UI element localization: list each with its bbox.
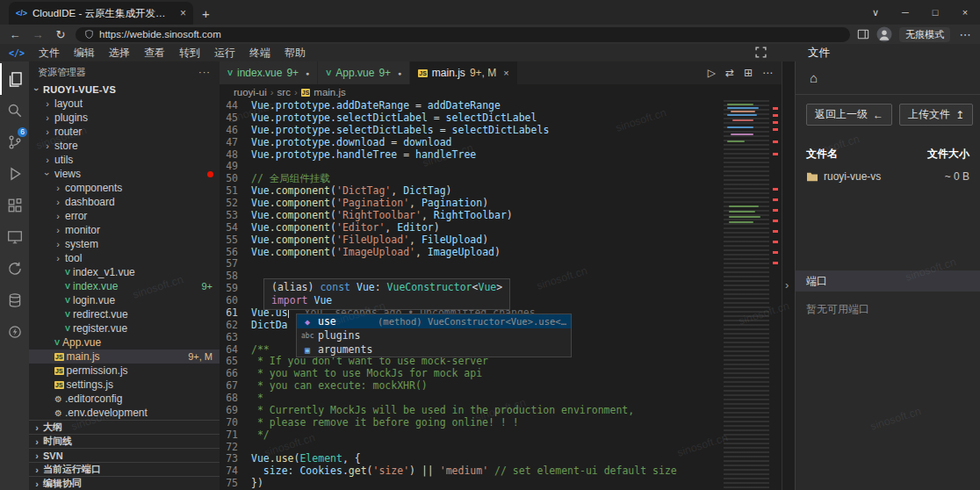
suggest-item-plugins[interactable]: abcplugins [297, 328, 571, 342]
remote-explorer-icon[interactable] [0, 221, 29, 253]
tree-folder-layout[interactable]: ›layout [29, 97, 220, 111]
tab-index.vue[interactable]: Vindex.vue9+● [220, 61, 318, 84]
tab-main.js[interactable]: JSmain.js9+, M× [410, 61, 517, 84]
panel-splitter[interactable]: › [782, 61, 795, 490]
tree-folder-monitor[interactable]: ›monitor [29, 223, 220, 237]
sidebar-more-icon[interactable]: ··· [198, 67, 211, 77]
sidebar-section-当前运行端口[interactable]: ›当前运行端口 [29, 462, 220, 476]
tree-folder-error[interactable]: ›error [29, 209, 220, 223]
js-file-icon: JS [418, 69, 428, 77]
tab-actions-chevron-icon[interactable]: ∨ [861, 0, 890, 25]
close-button[interactable]: × [950, 0, 980, 25]
refresh-button[interactable]: ↻ [53, 28, 68, 41]
new-tab-button[interactable]: + [202, 6, 210, 21]
suggest-item-arguments[interactable]: ▣arguments [297, 342, 571, 357]
menu-item[interactable]: 选择 [102, 47, 137, 59]
tree-folder-system[interactable]: ›system [29, 237, 220, 251]
tree-folder-router[interactable]: ›router [29, 125, 220, 139]
home-icon[interactable]: ⌂ [810, 70, 818, 85]
tab-dirty-dot-icon[interactable]: ● [306, 70, 309, 76]
vue-file-icon: V [65, 324, 70, 333]
file-row[interactable]: ruoyi-vue-vs ~ 0 B [796, 167, 980, 186]
tree-file-main.js[interactable]: JSmain.js9+, M [29, 349, 220, 364]
breadcrumb[interactable]: ruoyi-ui›src›JSmain.js [220, 84, 782, 100]
tree-file-.env.development[interactable]: ⚙.env.development [29, 406, 220, 420]
line-number: 56 [220, 247, 251, 259]
site-info-shield-icon[interactable] [84, 29, 94, 40]
git-badge: 9+, M [188, 351, 213, 362]
ports-section-header[interactable]: 端口 [796, 270, 980, 292]
minimap[interactable] [724, 100, 769, 490]
minimize-button[interactable]: ─ [890, 0, 920, 25]
breadcrumb-item[interactable]: src [277, 87, 291, 97]
address-bar[interactable]: https://webide.sinosoft.com [76, 27, 850, 42]
database-icon[interactable] [0, 285, 29, 316]
tree-file-redirect.vue[interactable]: Vredirect.vue [29, 307, 220, 321]
menu-item[interactable]: 转到 [172, 47, 207, 59]
menu-item[interactable]: 终端 [242, 47, 277, 59]
tree-file-App.vue[interactable]: VApp.vue [29, 335, 220, 349]
tree-file-index.vue[interactable]: Vindex.vue9+ [29, 279, 220, 293]
extensions-icon[interactable] [0, 190, 29, 221]
tree-folder-views[interactable]: ›views [29, 167, 220, 181]
sidebar-section-大纲[interactable]: ›大纲 [29, 420, 220, 434]
site-favicon-icon: </> [16, 9, 27, 18]
suggest-item-use[interactable]: ◆use(method) VueConstructor<Vue>.use<T>(… [297, 314, 571, 328]
source-control-icon[interactable]: 6 [0, 126, 29, 158]
explorer-icon[interactable] [0, 63, 29, 95]
code-editor[interactable]: 44Vue.prototype.addDateRange = addDateRa… [220, 100, 782, 490]
tree-file-permission.js[interactable]: JSpermission.js [29, 364, 220, 378]
section-label: 大纲 [43, 421, 62, 434]
tree-folder-dashboard[interactable]: ›dashboard [29, 195, 220, 209]
tree-file-login.vue[interactable]: Vlogin.vue [29, 293, 220, 307]
sidebar-section-编辑协同[interactable]: ›编辑协同 [29, 476, 220, 490]
tab-close-icon[interactable]: × [503, 68, 508, 78]
run-icon[interactable]: ▷ [708, 67, 716, 79]
tree-file-settings.js[interactable]: JSsettings.js [29, 378, 220, 392]
tree-folder-utils[interactable]: ›utils [29, 153, 220, 167]
tab-close-icon[interactable]: × [180, 7, 186, 19]
breadcrumb-item[interactable]: main.js [313, 87, 345, 97]
browser-tab[interactable]: </> CloudIDE - 云原生集成开发环境 × [9, 2, 193, 25]
abc-suggest-icon: abc [301, 332, 313, 340]
file-tree: ›layout›plugins›router›store›utils›views… [29, 97, 220, 420]
breadcrumb-item[interactable]: ruoyi-ui [234, 87, 267, 97]
menu-item[interactable]: 运行 [207, 47, 242, 59]
tree-folder-store[interactable]: ›store [29, 139, 220, 153]
menu-item[interactable]: 文件 [32, 47, 67, 59]
tree-folder-tool[interactable]: ›tool [29, 251, 220, 265]
split-editor-icon[interactable]: ⊞ [744, 67, 753, 79]
side-panel-icon[interactable] [857, 28, 869, 40]
tab-dirty-dot-icon[interactable]: ● [398, 70, 401, 76]
tree-folder-plugins[interactable]: ›plugins [29, 111, 220, 125]
tab-App.vue[interactable]: VApp.vue9+● [318, 61, 410, 84]
search-icon[interactable] [0, 95, 29, 126]
back-parent-button[interactable]: 返回上一级 ← [806, 104, 892, 126]
back-button[interactable]: ← [7, 28, 23, 41]
tree-file-.editorconfig[interactable]: ⚙.editorconfig [29, 392, 220, 406]
run-debug-icon[interactable] [0, 158, 29, 190]
tree-file-index_v1.vue[interactable]: Vindex_v1.vue [29, 265, 220, 279]
sidebar-section-SVN[interactable]: ›SVN [29, 448, 220, 462]
collapse-chevron-icon[interactable]: › [785, 278, 789, 292]
tree-folder-components[interactable]: ›components [29, 181, 220, 195]
browser-menu-icon[interactable]: ⋯ [957, 28, 973, 41]
open-changes-icon[interactable]: ⇄ [725, 67, 734, 79]
maximize-button[interactable]: □ [920, 0, 950, 25]
upload-file-button[interactable]: 上传文件 ↥ [899, 104, 973, 126]
hover-line: import Vue [271, 294, 502, 307]
menu-item[interactable]: 查看 [137, 47, 172, 59]
line-number: 44 [220, 100, 251, 112]
sync-icon[interactable] [0, 253, 29, 285]
tree-file-register.vue[interactable]: Vregister.vue [29, 321, 220, 335]
menu-item[interactable]: 帮助 [277, 47, 313, 59]
more-actions-icon[interactable]: ⋯ [762, 67, 773, 79]
menu-item[interactable]: 编辑 [67, 47, 102, 59]
sidebar-section-时间线[interactable]: ›时间线 [29, 434, 220, 448]
tree-root[interactable]: › RUOYI-VUE-VS [29, 83, 220, 97]
forward-button[interactable]: → [30, 28, 46, 41]
minimap-mark [729, 221, 753, 223]
fullscreen-icon[interactable] [755, 47, 767, 58]
api-plugin-icon[interactable] [0, 316, 29, 348]
profile-avatar[interactable] [876, 26, 892, 42]
